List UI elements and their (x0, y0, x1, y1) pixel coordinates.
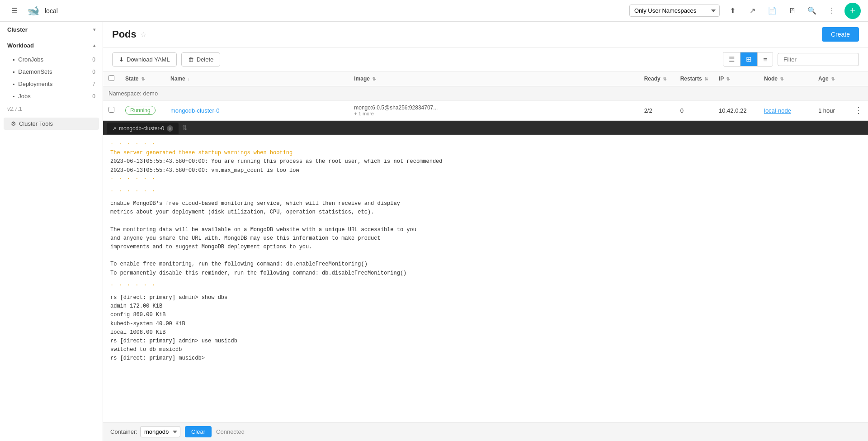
terminal-dots-3: · · · · · · (110, 187, 861, 196)
clear-button[interactable]: Clear (185, 426, 212, 437)
col-header-node[interactable]: Node ⇅ (759, 71, 813, 86)
sidebar-daemonsets-count: 0 (92, 69, 95, 75)
workload-chevron-icon: ▴ (93, 43, 95, 48)
terminal-use-musicdb-cmd: rs [direct: primary] admin> use musicdb (110, 337, 861, 346)
namespace-select[interactable]: Only User Namespaces All Namespaces defa… (629, 5, 720, 17)
name-sort-icon: ↓ (188, 76, 190, 81)
gear-icon: ⚙ (11, 120, 16, 127)
table-row: Running mongodb-cluster-0 mongo:6.0.5@sh… (103, 101, 868, 120)
pods-table-body: Namespace: demo Running mongodb-cluster-… (103, 86, 868, 120)
ready-sort-icon: ⇅ (663, 76, 666, 81)
jobs-icon: ▪ (13, 93, 14, 100)
detail-view-button[interactable]: ≡ (758, 52, 773, 66)
view-toggle: ☰ ⊞ ≡ (723, 52, 773, 66)
menu-icon[interactable]: ☰ (7, 4, 22, 18)
terminal-musicdb-prompt: rs [direct: primary] musicdb> (110, 354, 861, 363)
col-header-ip[interactable]: IP ⇅ (713, 71, 759, 86)
sidebar-workload-label: Workload (7, 42, 34, 49)
select-all-checkbox[interactable] (108, 75, 114, 81)
restarts-sort-icon: ⇅ (704, 76, 708, 81)
cluster-tools-label: Cluster Tools (19, 120, 53, 127)
sidebar-jobs-label: Jobs (18, 93, 90, 100)
search-icon[interactable]: 🔍 (805, 4, 819, 18)
create-button[interactable]: Create (822, 27, 859, 42)
terminal-sort-button[interactable]: ⇅ (182, 124, 188, 131)
delete-button[interactable]: 🗑 Delete (181, 52, 221, 66)
page-title: Pods (112, 28, 137, 40)
terminal-dots-1: · · · · · · (110, 140, 861, 149)
namespace-row: Namespace: demo (103, 86, 868, 101)
node-sort-icon: ⇅ (780, 76, 783, 81)
col-header-ready[interactable]: Ready ⇅ (639, 71, 675, 86)
sidebar-workload-section[interactable]: Workload ▴ (0, 38, 103, 53)
sidebar-daemonsets-label: DaemonSets (18, 68, 90, 75)
pod-name-link[interactable]: mongodb-cluster-0 (170, 107, 219, 114)
sidebar-cluster-tools[interactable]: ⚙ Cluster Tools (4, 118, 99, 130)
app-logo: 🐋 (27, 5, 39, 17)
pods-header: Pods ☆ Create (103, 22, 868, 47)
pod-node-link[interactable]: local-node (764, 107, 791, 114)
terminal-tab-close-button[interactable]: × (167, 125, 173, 132)
container-select[interactable]: mongodb (140, 426, 180, 437)
display-icon[interactable]: 🖥 (785, 4, 799, 18)
pod-restarts-cell: 0 (675, 101, 713, 120)
sidebar-item-deployments[interactable]: ▪ Deployments 7 (0, 78, 103, 90)
terminal-tab[interactable]: ↗ mongodb-cluster-0 × (107, 123, 179, 134)
sidebar-item-daemonsets[interactable]: ▪ DaemonSets 0 (0, 66, 103, 78)
sidebar-cronjobs-label: CronJobs (18, 56, 90, 63)
daemonsets-icon: ▪ (13, 69, 14, 75)
add-resource-button[interactable]: + (844, 3, 861, 19)
download-icon: ⬇ (119, 56, 124, 63)
content-area: Pods ☆ Create ⬇ Download YAML 🗑 Delete ☰ (103, 22, 868, 441)
pod-ip-cell: 10.42.0.22 (713, 101, 759, 120)
filter-input[interactable] (778, 53, 859, 66)
col-header-restarts[interactable]: Restarts ⇅ (675, 71, 713, 86)
col-header-state[interactable]: State ⇅ (120, 71, 165, 86)
sidebar-deployments-count: 7 (92, 81, 95, 87)
upload-icon[interactable]: ⬆ (725, 4, 740, 18)
terminal-output[interactable]: · · · · · · The server generated these s… (103, 135, 868, 422)
cluster-name: local (45, 7, 58, 14)
pods-toolbar: ⬇ Download YAML 🗑 Delete ☰ ⊞ ≡ (103, 47, 868, 71)
trash-icon: 🗑 (188, 56, 194, 63)
pod-ready-cell: 2/2 (639, 101, 675, 120)
row-checkbox[interactable] (108, 107, 114, 113)
app-version: v2.7.1 (0, 102, 103, 116)
terminal-dots-2: · · · · · · (110, 175, 861, 184)
star-icon[interactable]: ☆ (140, 30, 146, 39)
sidebar-jobs-count: 0 (92, 93, 95, 100)
sidebar-item-jobs[interactable]: ▪ Jobs 0 (0, 90, 103, 102)
terminal-prompt-icon: ↗ (112, 126, 116, 132)
pod-actions-cell: ⋮ (849, 101, 868, 120)
terminal-show-dbs-cmd: rs [direct: primary] admin> show dbs (110, 294, 861, 302)
download-yaml-button[interactable]: ⬇ Download YAML (112, 52, 177, 66)
more-options-icon[interactable]: ⋮ (825, 4, 839, 18)
col-header-name[interactable]: Name ↓ (165, 71, 349, 86)
terminal-section: ↗ mongodb-cluster-0 × ⇅ · · · · · · The … (103, 121, 868, 441)
image-sort-icon: ⇅ (372, 76, 376, 81)
pod-status-cell: Running (120, 101, 165, 120)
document-icon[interactable]: 📄 (765, 4, 779, 18)
terminal-tabs: ↗ mongodb-cluster-0 × ⇅ (103, 121, 868, 135)
sidebar-item-cronjobs[interactable]: ▪ CronJobs 0 (0, 53, 103, 66)
pods-table-header: State ⇅ Name ↓ Image ⇅ (103, 71, 868, 86)
terminal-warning-line2: 2023-06-13T05:55:43.580+00:00: vm.max_ma… (110, 166, 861, 175)
sidebar-cluster-section[interactable]: Cluster ▾ (0, 22, 103, 38)
terminal-icon[interactable]: ↗ (745, 4, 760, 18)
pods-table: State ⇅ Name ↓ Image ⇅ (103, 71, 868, 120)
list-view-button[interactable]: ☰ (723, 52, 741, 66)
terminal-dots-4: · · · · · · (110, 281, 861, 290)
pod-name-cell: mongodb-cluster-0 (165, 101, 349, 120)
col-header-image[interactable]: Image ⇅ (349, 71, 638, 86)
topbar: ☰ 🐋 local Only User Namespaces All Names… (0, 0, 868, 22)
terminal-monitoring-block: Enable MongoDB's free cloud-based monito… (110, 199, 861, 278)
pod-node-cell: local-node (759, 101, 813, 120)
cronjobs-icon: ▪ (13, 57, 14, 63)
container-label: Container: (110, 428, 137, 435)
row-menu-button[interactable]: ⋮ (854, 105, 863, 115)
pods-section: Pods ☆ Create ⬇ Download YAML 🗑 Delete ☰ (103, 22, 868, 121)
state-sort-icon: ⇅ (141, 76, 145, 81)
col-header-age[interactable]: Age ⇅ (813, 71, 849, 86)
grid-view-button[interactable]: ⊞ (741, 52, 758, 66)
cluster-chevron-icon: ▾ (93, 27, 95, 32)
